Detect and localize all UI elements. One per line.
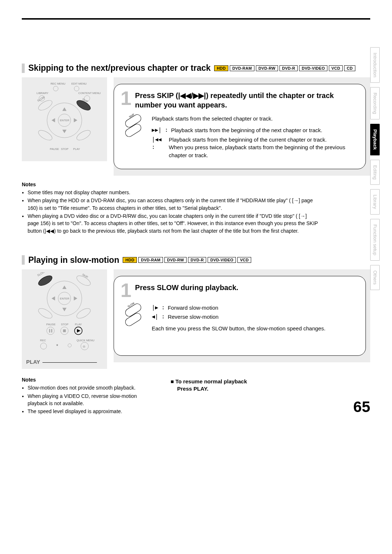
svg-text:ENTER: ENTER [60, 297, 69, 300]
resume-body: Press PLAY. [177, 386, 208, 392]
section1-instruction: 1 Press SKIP (|◀◀/▶▶|) repeatedly until … [114, 84, 366, 169]
tab-others: Others [370, 265, 380, 290]
svg-text:CONTENT MENU: CONTENT MENU [78, 91, 101, 95]
svg-point-40 [47, 327, 54, 334]
skip-prev-icon: |◀◀ : [152, 136, 166, 152]
svg-text:REC: REC [40, 339, 46, 342]
section2-badges: HDD DVD-RAM DVD-RW DVD-R DVD-VIDEO VCD [123, 257, 251, 263]
tab-editing: Editing [370, 160, 380, 185]
resume-playback-block: ■ To resume normal playback Press PLAY. [171, 378, 247, 392]
svg-text:PLAY: PLAY [73, 147, 80, 151]
section2-notes: Notes Slow-motion does not provide smoot… [22, 374, 152, 416]
section1-title: Skipping to the next/previous chapter or… [28, 63, 211, 73]
skip-prev-text2: When you press twice, playback starts fr… [169, 144, 345, 158]
svg-point-36 [75, 306, 92, 320]
square-bullet-icon: ■ [171, 378, 175, 384]
badge-dvd-rw: DVD-RW [256, 65, 278, 71]
remote-illustration-2: SLOW SKIP ENTER PAUSE STOP PLAY [22, 269, 107, 369]
svg-rect-42 [51, 329, 52, 333]
svg-text:ENTER: ENTER [60, 119, 69, 122]
svg-text:PAUSE: PAUSE [46, 323, 56, 326]
badge-hdd: HDD [214, 65, 228, 71]
section1-note: Some titles may not display chapter numb… [28, 189, 319, 196]
tab-recording: Recording [370, 87, 380, 119]
badge-dvd-video: DVD-VIDEO [299, 65, 327, 71]
page-number: 65 [353, 398, 370, 416]
remote-illustration-1: REC MENU EDIT MENU LIBRARY CONTENT MENU … [22, 77, 107, 161]
skip-prev-text1: Playback starts from the beginning of th… [169, 137, 327, 143]
section1-header: Skipping to the next/previous chapter or… [22, 63, 370, 73]
svg-text:EDIT MENU: EDIT MENU [72, 82, 87, 85]
step1-intro: Playback starts from the selected chapte… [152, 115, 357, 123]
svg-point-35 [37, 306, 54, 320]
svg-rect-41 [49, 329, 50, 333]
svg-point-20 [75, 129, 92, 142]
tab-playback: Playback [370, 124, 380, 155]
badge-dvd-r: DVD-R [188, 257, 206, 263]
svg-rect-44 [63, 329, 66, 332]
resume-heading: To resume normal playback [175, 378, 247, 384]
step1-text: Press SKIP (|◀◀/▶▶|) repeatedly until th… [135, 91, 357, 110]
section2-note: Slow-motion does not provide smooth play… [28, 384, 152, 391]
section1-note: When playing the HDD or a DVD-RAM disc, … [28, 197, 319, 212]
slow-extra-text: Each time you press the SLOW button, the… [152, 325, 326, 333]
svg-marker-34 [74, 296, 77, 301]
play-callout: PLAY [26, 359, 103, 366]
top-rule [22, 18, 370, 20]
slow-rev-text: Reverse slow-motion [168, 313, 219, 321]
badge-dvd-ram: DVD-RAM [230, 65, 254, 71]
section2-content: SLOW SKIP ENTER PAUSE STOP PLAY [22, 269, 370, 369]
svg-text:SLOW: SLOW [37, 95, 46, 102]
badge-vcd: VCD [237, 257, 251, 263]
svg-text:★: ★ [56, 343, 58, 347]
svg-text:REC MENU: REC MENU [50, 82, 65, 85]
notes-heading: Notes [22, 181, 319, 188]
badge-hdd: HDD [123, 257, 137, 263]
badge-dvd-ram: DVD-RAM [138, 257, 163, 263]
section2-note: The speed level displayed is approximate… [28, 408, 152, 415]
section1-notes: Notes Some titles may not display chapte… [22, 181, 319, 235]
tab-introduction: Introduction [370, 47, 380, 83]
section2-header: Playing in slow-motion HDD DVD-RAM DVD-R… [22, 255, 370, 265]
step-number-icon: 1 [121, 90, 131, 107]
section1-note: When playing a DVD video disc or a DVD-R… [28, 212, 319, 235]
svg-marker-15 [62, 107, 67, 111]
svg-text:STOP: STOP [61, 147, 69, 151]
svg-marker-46 [77, 329, 81, 333]
svg-text:SKIP: SKIP [81, 273, 89, 279]
svg-point-48 [40, 343, 46, 349]
svg-text:LIBRARY: LIBRARY [37, 91, 49, 95]
title-bar-icon [22, 64, 25, 73]
svg-point-19 [37, 129, 54, 142]
svg-text:PLAY: PLAY [75, 323, 82, 326]
step-number-icon: 1 [121, 282, 131, 299]
svg-marker-18 [74, 118, 77, 123]
section2-instruction: 1 Press SLOW during playback. SLOW |▶ : [114, 276, 366, 356]
badge-vcd: VCD [329, 65, 343, 71]
skip-button-icon: SKIP [121, 115, 146, 161]
svg-text:QUICK MENU: QUICK MENU [77, 339, 94, 342]
badge-dvd-rw: DVD-RW [164, 257, 187, 263]
notes-heading: Notes [22, 376, 152, 383]
svg-marker-16 [62, 130, 67, 133]
side-tabs: Introduction Recording Playback Editing … [370, 47, 380, 290]
svg-text:◎: ◎ [83, 345, 85, 348]
badge-dvd-video: DVD-VIDEO [208, 257, 236, 263]
svg-text:STOP: STOP [61, 323, 69, 326]
slow-fwd-icon: |▶ : [152, 304, 165, 312]
skip-next-text: Playback starts from the beginning of th… [171, 126, 322, 134]
svg-point-2 [53, 86, 58, 91]
svg-text:PAUSE: PAUSE [50, 147, 59, 151]
tab-library: Library [370, 189, 380, 215]
section2-note: When playing a VIDEO CD, reverse slow-mo… [28, 392, 152, 407]
svg-marker-31 [62, 285, 67, 289]
badge-cd: CD [344, 65, 355, 71]
section1-content: REC MENU EDIT MENU LIBRARY CONTENT MENU … [22, 77, 370, 176]
badge-dvd-r: DVD-R [279, 65, 298, 71]
section2-title: Playing in slow-motion [28, 255, 119, 265]
section1-badges: HDD DVD-RAM DVD-RW DVD-R DVD-VIDEO VCD C… [214, 65, 355, 71]
svg-text:SLOW: SLOW [37, 272, 46, 277]
svg-point-50 [68, 343, 72, 347]
svg-point-3 [74, 86, 79, 91]
slow-fwd-text: Forward slow-motion [168, 304, 218, 312]
